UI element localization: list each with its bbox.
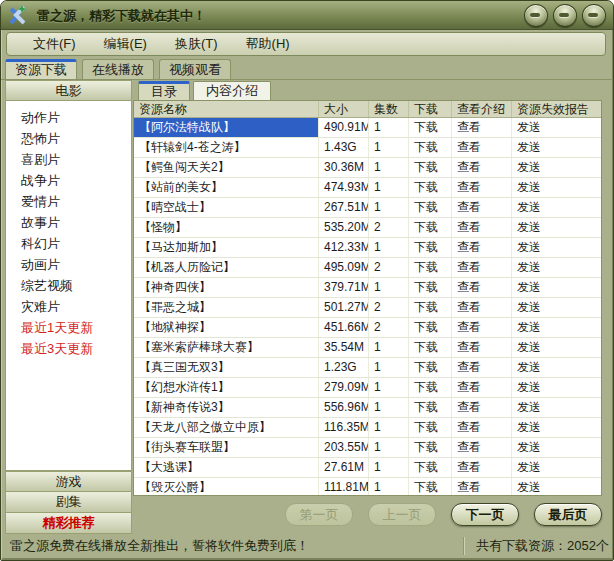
window-maximize-button[interactable]	[553, 4, 577, 27]
view-link[interactable]: 查看	[452, 298, 512, 317]
sidebar-item-category[interactable]: 灾难片	[6, 296, 131, 317]
view-link[interactable]: 查看	[452, 138, 512, 157]
view-link[interactable]: 查看	[452, 378, 512, 397]
send-link[interactable]: 发送	[512, 438, 591, 457]
view-link[interactable]: 查看	[452, 158, 512, 177]
sidebar-item-recent-update[interactable]: 最近3天更新	[6, 338, 131, 359]
download-link[interactable]: 下载	[409, 278, 452, 297]
send-link[interactable]: 发送	[512, 298, 591, 317]
tab-catalog[interactable]: 目录	[138, 81, 190, 101]
sidebar-header-series[interactable]: 剧集	[5, 492, 132, 513]
download-link[interactable]: 下载	[409, 338, 452, 357]
send-link[interactable]: 发送	[512, 118, 591, 137]
view-link[interactable]: 查看	[452, 218, 512, 237]
sidebar-item-category[interactable]: 故事片	[6, 212, 131, 233]
sidebar-header-recommend[interactable]: 精彩推荐	[5, 513, 132, 534]
resource-name-cell[interactable]: 【机器人历险记】	[134, 258, 319, 277]
view-link[interactable]: 查看	[452, 478, 512, 496]
download-link[interactable]: 下载	[409, 398, 452, 417]
first-page-button[interactable]: 第一页	[285, 503, 353, 526]
view-link[interactable]: 查看	[452, 438, 512, 457]
view-link[interactable]: 查看	[452, 458, 512, 477]
send-link[interactable]: 发送	[512, 338, 591, 357]
window-minimize-button[interactable]	[524, 4, 548, 27]
last-page-button[interactable]: 最后页	[534, 503, 602, 526]
tab-content-intro[interactable]: 内容介绍	[193, 81, 271, 101]
resource-name-cell[interactable]: 【地狱神探】	[134, 318, 319, 337]
download-link[interactable]: 下载	[409, 478, 452, 496]
resource-name-cell[interactable]: 【鳄鱼闯天关2】	[134, 158, 319, 177]
sidebar-item-category[interactable]: 综艺视频	[6, 275, 131, 296]
send-link[interactable]: 发送	[512, 258, 591, 277]
menu-help[interactable]: 帮助(H)	[232, 35, 304, 53]
download-link[interactable]: 下载	[409, 418, 452, 437]
download-link[interactable]: 下载	[409, 218, 452, 237]
sidebar-item-category[interactable]: 战争片	[6, 170, 131, 191]
view-link[interactable]: 查看	[452, 398, 512, 417]
download-link[interactable]: 下载	[409, 238, 452, 257]
sidebar-item-category[interactable]: 科幻片	[6, 233, 131, 254]
sidebar-item-category[interactable]: 动画片	[6, 254, 131, 275]
resource-name-cell[interactable]: 【轩辕剑4-苍之涛】	[134, 138, 319, 157]
send-link[interactable]: 发送	[512, 398, 591, 417]
view-link[interactable]: 查看	[452, 198, 512, 217]
resource-name-cell[interactable]: 【幻想水浒传1】	[134, 378, 319, 397]
resource-name-cell[interactable]: 【新神奇传说3】	[134, 398, 319, 417]
view-link[interactable]: 查看	[452, 238, 512, 257]
send-link[interactable]: 发送	[512, 458, 591, 477]
download-link[interactable]: 下载	[409, 298, 452, 317]
sidebar-header-games[interactable]: 游戏	[5, 471, 132, 492]
view-link[interactable]: 查看	[452, 278, 512, 297]
send-link[interactable]: 发送	[512, 278, 591, 297]
view-link[interactable]: 查看	[452, 418, 512, 437]
resource-name-cell[interactable]: 【站前的美女】	[134, 178, 319, 197]
download-link[interactable]: 下载	[409, 158, 452, 177]
resource-name-cell[interactable]: 【晴空战士】	[134, 198, 319, 217]
download-link[interactable]: 下载	[409, 458, 452, 477]
resource-name-cell[interactable]: 【大逃课】	[134, 458, 319, 477]
download-link[interactable]: 下载	[409, 378, 452, 397]
download-link[interactable]: 下载	[409, 138, 452, 157]
send-link[interactable]: 发送	[512, 378, 591, 397]
send-link[interactable]: 发送	[512, 358, 591, 377]
resource-name-cell[interactable]: 【真三国无双3】	[134, 358, 319, 377]
view-link[interactable]: 查看	[452, 118, 512, 137]
menu-file[interactable]: 文件(F)	[19, 35, 90, 53]
send-link[interactable]: 发送	[512, 178, 591, 197]
sidebar-item-category[interactable]: 爱情片	[6, 191, 131, 212]
download-link[interactable]: 下载	[409, 438, 452, 457]
view-link[interactable]: 查看	[452, 178, 512, 197]
resource-name-cell[interactable]: 【毁灭公爵】	[134, 478, 319, 496]
menu-edit[interactable]: 编辑(E)	[90, 35, 161, 53]
view-link[interactable]: 查看	[452, 358, 512, 377]
resource-name-cell[interactable]: 【塞米索萨棒球大赛】	[134, 338, 319, 357]
sidebar-item-category[interactable]: 喜剧片	[6, 149, 131, 170]
send-link[interactable]: 发送	[512, 478, 591, 496]
tab-online-play[interactable]: 在线播放	[82, 59, 154, 80]
sidebar-item-category[interactable]: 恐怖片	[6, 128, 131, 149]
resource-name-cell[interactable]: 【天龙八部之傲立中原】	[134, 418, 319, 437]
resource-name-cell[interactable]: 【街头赛车联盟】	[134, 438, 319, 457]
download-link[interactable]: 下载	[409, 178, 452, 197]
resource-name-cell[interactable]: 【马达加斯加】	[134, 238, 319, 257]
download-link[interactable]: 下载	[409, 358, 452, 377]
window-close-button[interactable]	[582, 4, 606, 27]
download-link[interactable]: 下载	[409, 118, 452, 137]
resource-name-cell[interactable]: 【阿尔法特战队】	[134, 118, 319, 137]
send-link[interactable]: 发送	[512, 238, 591, 257]
sidebar-header-movies[interactable]: 电影	[5, 80, 132, 101]
tab-resource-download[interactable]: 资源下载	[5, 59, 77, 80]
send-link[interactable]: 发送	[512, 138, 591, 157]
next-page-button[interactable]: 下一页	[451, 503, 519, 526]
view-link[interactable]: 查看	[452, 318, 512, 337]
send-link[interactable]: 发送	[512, 318, 591, 337]
view-link[interactable]: 查看	[452, 338, 512, 357]
resource-name-cell[interactable]: 【神奇四侠】	[134, 278, 319, 297]
tab-video-watch[interactable]: 视频观看	[159, 59, 231, 80]
download-link[interactable]: 下载	[409, 198, 452, 217]
send-link[interactable]: 发送	[512, 418, 591, 437]
resource-name-cell[interactable]: 【罪恶之城】	[134, 298, 319, 317]
sidebar-item-category[interactable]: 动作片	[6, 107, 131, 128]
menu-skin[interactable]: 换肤(T)	[161, 35, 232, 53]
view-link[interactable]: 查看	[452, 258, 512, 277]
